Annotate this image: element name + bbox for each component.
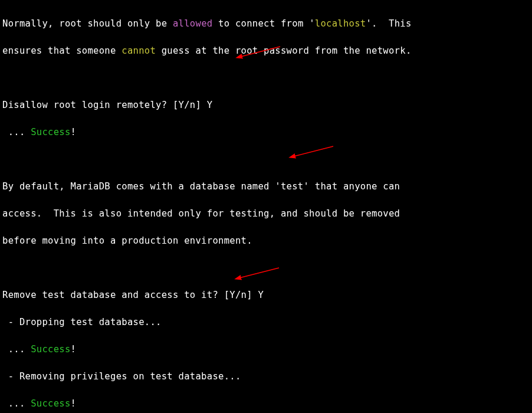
text-line: - Removing privileges on test database..… xyxy=(2,370,412,384)
text-line: before moving into a production environm… xyxy=(2,234,412,248)
blank-line xyxy=(2,71,412,85)
status-success: ... Success! xyxy=(2,397,412,411)
status-success: ... Success! xyxy=(2,126,412,139)
highlight-cannot: cannot xyxy=(121,45,156,56)
status-success: ... Success! xyxy=(2,343,412,356)
text-line: By default, MariaDB comes with a databas… xyxy=(2,180,412,194)
text-line: access. This is also intended only for t… xyxy=(2,207,412,221)
blank-line xyxy=(2,153,412,166)
highlight-localhost: localhost xyxy=(315,18,366,29)
text-line: Normally, root should only be allowed to… xyxy=(2,17,412,31)
terminal-output: Normally, root should only be allowed to… xyxy=(2,4,412,413)
blank-line xyxy=(2,261,412,275)
text-line: ensures that someone cannot guess at the… xyxy=(2,44,412,58)
prompt-disallow-root: Disallow root login remotely? [Y/n] Y xyxy=(2,99,412,112)
text-line: - Dropping test database... xyxy=(2,316,412,329)
prompt-remove-test-db: Remove test database and access to it? [… xyxy=(2,289,412,302)
highlight-allowed: allowed xyxy=(173,18,212,29)
